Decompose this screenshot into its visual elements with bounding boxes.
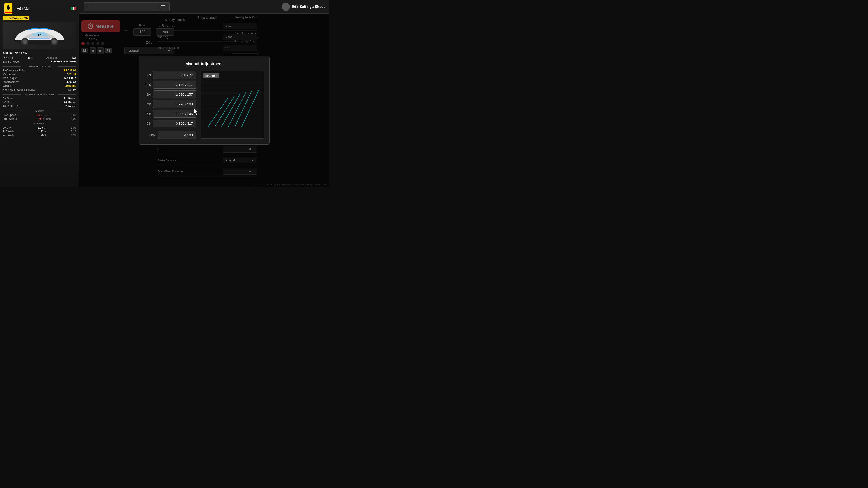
settings-dropdown[interactable]: -- [84, 2, 169, 11]
svg-line-15 [208, 98, 228, 127]
max-torque-row: Max Torque 347.1 ft-lb [3, 76, 76, 80]
gear-value-2[interactable]: 2.160 / 117 [153, 80, 196, 89]
gear-row-5: 5th 1.030 / 246 [144, 110, 196, 118]
modal-body: 1st 3.290 / 77 2nd 2.160 / 117 3rd 1.610… [144, 71, 264, 139]
svg-line-20 [241, 89, 259, 127]
displacement-row: Displacement 4308 cc [3, 80, 76, 84]
drivetrain-row: Drivetrain MR Aspiration NA [3, 56, 76, 59]
accel-400-row: 0-400 m 11.16 sec. [3, 97, 76, 100]
gear-value-6[interactable]: 0.820 / 317 [153, 120, 196, 127]
gear-value-1[interactable]: 3.290 / 77 [153, 71, 196, 79]
g240-row: 240 km/h 1.29 G 1.29 [3, 134, 76, 137]
modal-title: Manual Adjustment [144, 62, 264, 66]
gear-value-4[interactable]: 1.270 / 200 [153, 100, 196, 108]
svg-point-8 [52, 39, 57, 44]
accel-1000-row: 0-1000 m 20.19 sec. [3, 101, 76, 104]
gear-row-2: 2nd 2.160 / 117 [144, 80, 196, 89]
rpm-badge: 8500 rpm [203, 73, 219, 78]
low-speed-row: Low Speed -0.56 (Under) -0.50 [3, 113, 76, 117]
accel-150-row: 100-150 km/h 2.54 sec. [3, 105, 76, 108]
car-header: 🐴 Ferrari [3, 3, 76, 14]
italy-flag [71, 6, 76, 10]
base-perf-divider: Base Performance [3, 65, 76, 68]
top-bar: -- Edit Settings Sheet [79, 0, 329, 13]
svg-line-16 [215, 96, 235, 127]
ferrari-logo: 🐴 [3, 3, 14, 14]
gear-value-3[interactable]: 1.610 / 157 [153, 90, 196, 98]
high-speed-row: High Speed -1.00 (Under) -1.00 [3, 117, 76, 121]
gear-row-1: 1st 3.290 / 77 [144, 71, 196, 79]
g60-row: 60 km/h 1.05 G 1.05 [3, 126, 76, 129]
final-row: Final 4.300 [144, 131, 196, 139]
final-label: Final [144, 133, 156, 137]
svg-point-6 [23, 39, 27, 44]
gear-chart: 8500 rpm [201, 71, 264, 139]
bop-badge: ⚖️ BoP Applied (M) [3, 16, 29, 20]
main-content: Measure MeasurementHistory L1 ◀ ▶ R1 Aer… [79, 13, 329, 187]
weight-row: Weight 2976 lbs. [3, 84, 76, 88]
settings-dropdown-text: -- [87, 5, 89, 8]
manual-adjustment-modal: Manual Adjustment 1st 3.290 / 77 2nd 2.1… [138, 56, 270, 144]
gear-num-4: 4th [144, 102, 151, 106]
gear-num-1: 1st [144, 73, 151, 77]
edit-settings-label: Edit Settings Sheet [291, 5, 324, 9]
left-panel: 🐴 Ferrari ⚖️ BoP Applied (M) [0, 0, 79, 187]
car-name: Ferrari [16, 6, 69, 11]
gear-row-3: 3rd 1.610 / 157 [144, 90, 196, 98]
gear-row-6: 6th 0.820 / 317 [144, 120, 196, 127]
svg-point-3 [7, 4, 9, 7]
svg-text:27: 27 [38, 34, 41, 37]
edit-settings-avatar [282, 3, 290, 11]
gear-num-3: 3rd [144, 93, 151, 96]
balance-row: Front-Rear Weight Balance 43 : 57 [3, 88, 76, 91]
modal-overlay[interactable]: Manual Adjustment 1st 3.290 / 77 2nd 2.1… [79, 13, 329, 187]
car-model: 430 Scuderia '07 [3, 51, 76, 55]
edit-settings-button[interactable]: Edit Settings Sheet [282, 3, 324, 11]
g120-row: 120 km/h 1.12 G 1.12 [3, 130, 76, 133]
rot-g-divider: Rotational G [3, 122, 76, 125]
final-value[interactable]: 4.300 [158, 131, 196, 139]
gear-num-2: 2nd [144, 83, 151, 87]
gear-num-5: 5th [144, 112, 151, 116]
gear-chart-svg [201, 71, 264, 138]
hamburger-icon[interactable] [160, 3, 166, 10]
gear-row-4: 4th 1.270 / 200 [144, 100, 196, 108]
car-image: 27 [3, 22, 76, 49]
gear-num-6: 6th [144, 122, 151, 125]
gear-table: 1st 3.290 / 77 2nd 2.160 / 117 3rd 1.610… [144, 71, 196, 139]
stability-divider: Stability [3, 109, 76, 112]
pp-row: Performance Points PP 617.08 [3, 69, 76, 72]
gear-value-5[interactable]: 1.030 / 246 [153, 110, 196, 118]
accel-divider: Acceleration Performance [3, 93, 76, 96]
engine-model-row: Engine Model F136ED-430-Scuderia [3, 60, 76, 63]
max-power-row: Max Power 502 HP [3, 73, 76, 76]
